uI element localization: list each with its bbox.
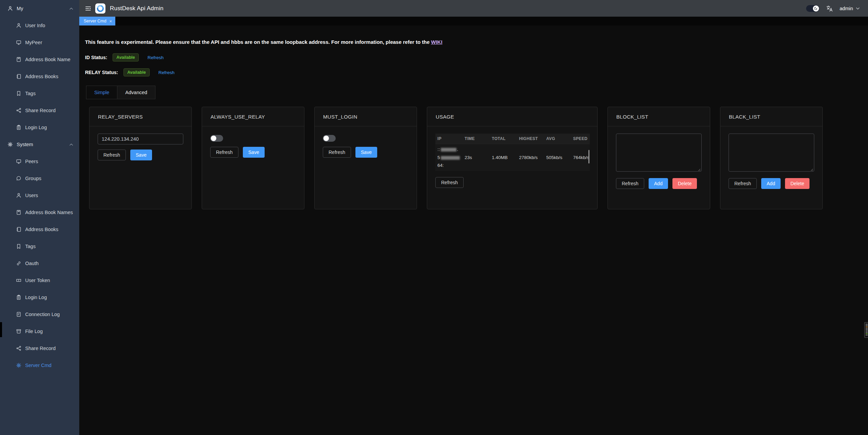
sidebar-item-connection-log[interactable]: Connection Log	[0, 306, 79, 323]
usage-time-cell: 23s	[463, 155, 490, 160]
relay-servers-save-button[interactable]: Save	[130, 150, 152, 160]
block-list-delete-button[interactable]: Delete	[672, 178, 697, 189]
share-icon	[16, 108, 21, 113]
usage-speed-cell: 764kb/s	[571, 155, 590, 160]
usage-table-scrollbar[interactable]	[588, 150, 589, 163]
clipboard-icon	[16, 295, 21, 300]
black-list-add-button[interactable]: Add	[761, 178, 781, 189]
ip-line2: 5	[437, 155, 440, 160]
notice-text: This feature is experimental. Please ens…	[85, 39, 431, 45]
col-avg: AVG	[544, 136, 571, 141]
sidebar-item-label: Groups	[25, 176, 41, 181]
id-status-row: ID Status: Available Refresh	[85, 53, 164, 62]
black-list-delete-button[interactable]: Delete	[785, 178, 809, 189]
sidebar-item-groups[interactable]: Groups	[0, 170, 79, 187]
tab-server-cmd[interactable]: Server Cmd ×	[79, 17, 115, 25]
sidebar-item-peers[interactable]: Peers	[0, 153, 79, 170]
usage-avg-cell: 505kb/s	[544, 155, 571, 160]
sidebar-item-address-book-name[interactable]: Address Book Name	[0, 51, 79, 68]
block-list-textarea[interactable]	[616, 134, 702, 172]
id-status-refresh-link[interactable]: Refresh	[148, 55, 164, 60]
archive-icon	[16, 329, 21, 334]
sidebar-section-my[interactable]: My	[0, 0, 79, 17]
sidebar-nav: My User Info MyPeer Address Book Name Ad…	[0, 0, 79, 435]
col-highest: HIGHEST	[517, 136, 544, 141]
relay-status-label: RELAY Status:	[85, 70, 118, 75]
ip-line1-suffix: .	[457, 147, 458, 152]
block-list-refresh-button[interactable]: Refresh	[616, 178, 644, 189]
must-login-toggle[interactable]	[323, 135, 336, 142]
card-usage: USAGE IP TIME TOTAL HIGHEST AVG SPEED	[427, 107, 598, 209]
language-translate-icon[interactable]	[826, 5, 833, 12]
sidebar-item-oauth[interactable]: Oauth	[0, 255, 79, 272]
sidebar-item-address-book-names[interactable]: Address Book Names	[0, 204, 79, 221]
relay-servers-input[interactable]	[98, 134, 183, 144]
gear-icon	[7, 142, 13, 147]
sidebar-item-user-token[interactable]: User Token	[0, 272, 79, 289]
usage-table-header: IP TIME TOTAL HIGHEST AVG SPEED	[435, 134, 590, 144]
book-icon	[16, 210, 21, 215]
sidebar-item-share-record[interactable]: Share Record	[0, 102, 79, 119]
sidebar-item-login-log[interactable]: Login Log	[0, 289, 79, 306]
cards-row: RELAY_SERVERS Refresh Save ALWAYS_USE_RE…	[89, 107, 823, 209]
clipboard-icon	[16, 125, 21, 130]
tab-label: Server Cmd	[84, 19, 106, 23]
always-use-relay-toggle[interactable]	[210, 135, 223, 142]
notebook-icon	[16, 74, 21, 79]
sidebar-item-address-books[interactable]: Address Books	[0, 221, 79, 238]
must-login-save-button[interactable]: Save	[355, 147, 377, 158]
wiki-link[interactable]: WIKI	[431, 39, 442, 45]
toggle-knob	[211, 136, 216, 141]
usage-table: IP TIME TOTAL HIGHEST AVG SPEED ::. 5 64…	[435, 134, 590, 171]
tab-simple[interactable]: Simple	[86, 86, 117, 99]
sidebar-item-login-log[interactable]: Login Log	[0, 119, 79, 136]
sidebar-section-label: My	[17, 6, 23, 11]
relay-servers-refresh-button[interactable]: Refresh	[98, 150, 126, 160]
card-title: BLOCK_LIST	[608, 107, 710, 126]
card-must-login: MUST_LOGIN Refresh Save	[314, 107, 417, 209]
document-icon	[16, 312, 21, 317]
must-login-refresh-button[interactable]: Refresh	[323, 147, 351, 158]
sidebar-fold-icon[interactable]	[85, 6, 91, 11]
sidebar-section-system[interactable]: System	[0, 136, 79, 153]
sidebar-item-server-cmd[interactable]: Server Cmd	[0, 357, 79, 374]
user-menu[interactable]: admin	[840, 6, 860, 11]
card-block-list: BLOCK_LIST Refresh Add Delete	[607, 107, 710, 209]
dark-mode-toggle[interactable]	[806, 5, 819, 12]
sidebar-item-users[interactable]: Users	[0, 187, 79, 204]
sidebar-item-tags[interactable]: Tags	[0, 85, 79, 102]
always-use-relay-refresh-button[interactable]: Refresh	[210, 147, 238, 158]
tab-advanced[interactable]: Advanced	[117, 86, 155, 99]
relay-status-row: RELAY Status: Available Refresh	[85, 68, 174, 77]
ip-line1: ::	[437, 147, 440, 152]
sidebar-item-file-log[interactable]: File Log	[0, 323, 79, 340]
col-time: TIME	[463, 136, 490, 141]
app-title: RustDesk Api Admin	[110, 5, 164, 12]
black-list-refresh-button[interactable]: Refresh	[729, 178, 757, 189]
left-edge-artifact	[0, 322, 2, 337]
sidebar-item-label: Peers	[25, 159, 38, 164]
sidebar-item-label: File Log	[25, 329, 43, 334]
sidebar-item-tags[interactable]: Tags	[0, 238, 79, 255]
usage-refresh-button[interactable]: Refresh	[435, 177, 464, 188]
redacted-ip-segment	[441, 148, 456, 152]
relay-status-refresh-link[interactable]: Refresh	[158, 70, 174, 75]
relay-status-badge: Available	[123, 68, 149, 76]
sidebar-item-share-record[interactable]: Share Record	[0, 340, 79, 357]
top-header: RustDesk Api Admin admin	[79, 0, 868, 17]
usage-highest-cell: 2780kb/s	[517, 155, 544, 160]
page: My User Info MyPeer Address Book Name Ad…	[0, 0, 868, 435]
gear-icon	[16, 363, 21, 368]
card-title: MUST_LOGIN	[315, 107, 417, 126]
id-status-label: ID Status:	[85, 55, 107, 60]
block-list-add-button[interactable]: Add	[649, 178, 668, 189]
sidebar-item-label: Server Cmd	[25, 363, 51, 368]
black-list-textarea[interactable]	[729, 134, 814, 172]
sidebar-item-address-books[interactable]: Address Books	[0, 68, 79, 85]
sidebar-item-mypeer[interactable]: MyPeer	[0, 34, 79, 51]
always-use-relay-save-button[interactable]: Save	[243, 147, 265, 158]
close-icon[interactable]: ×	[110, 19, 112, 23]
sidebar-item-user-info[interactable]: User Info	[0, 17, 79, 34]
sidebar-item-label: Login Log	[25, 295, 47, 300]
main-content: This feature is experimental. Please ens…	[79, 25, 868, 435]
